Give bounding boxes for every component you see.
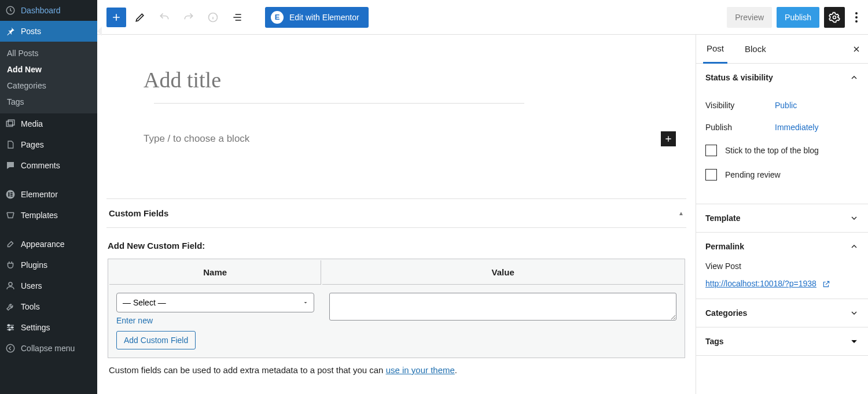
nav-dashboard[interactable]: Dashboard [0,0,97,21]
svg-point-16 [855,16,858,19]
nav-media-label: Media [21,119,43,128]
nav-plugins-label: Plugins [21,260,47,270]
media-icon [5,118,16,130]
cf-name-select[interactable]: — Select — [116,293,314,312]
nav-settings[interactable]: Settings [0,317,97,338]
nav-appearance[interactable]: Appearance [0,234,97,255]
svg-point-14 [833,16,836,19]
nav-tools[interactable]: Tools [0,296,97,317]
edit-with-elementor-button[interactable]: E Edit with Elementor [265,7,369,28]
sliders-icon [5,322,16,333]
editor-toolbar: E Edit with Elementor Preview Publish [97,0,868,35]
custom-fields-table: Name Value — Select — Enter new [108,259,685,358]
nav-users[interactable]: Users [0,275,97,296]
cf-add-button[interactable]: Add Custom Field [116,331,196,349]
cf-theme-link[interactable]: use in your theme [386,365,455,375]
collapse-label: Collapse menu [21,344,75,353]
publish-value[interactable]: Immediately [775,123,818,132]
more-options-button[interactable] [849,7,863,28]
publish-button[interactable]: Publish [777,7,819,28]
panel-tags-toggle[interactable]: Tags [696,327,868,355]
panel-status: Status & visibility Visibility Public Pu… [696,64,868,204]
close-settings-button[interactable] [852,45,861,54]
edit-with-elementor-label: Edit with Elementor [289,13,359,22]
nav-posts-addnew[interactable]: Add New [0,61,97,78]
stick-label: Stick to the top of the blog [725,146,819,155]
admin-sidebar: Dashboard Posts All Posts Add New Catego… [0,0,97,394]
nav-plugins[interactable]: Plugins [0,255,97,275]
nav-posts-categories[interactable]: Categories [0,78,97,94]
inline-add-block-button[interactable] [661,131,676,146]
preview-button[interactable]: Preview [727,7,772,28]
cf-value-textarea[interactable] [329,293,676,321]
outline-button[interactable] [227,7,248,28]
undo-button[interactable] [154,7,175,28]
panel-status-toggle[interactable]: Status & visibility [696,64,868,91]
nav-pages[interactable]: Pages [0,134,97,155]
chevron-down-icon [849,337,859,346]
edit-mode-button[interactable] [130,7,150,28]
collapse-menu[interactable]: Collapse menu [0,338,97,359]
permalink-link[interactable]: http://localhost:10018/?p=1938 [705,279,816,288]
chevron-down-icon [849,213,859,223]
nav-media[interactable]: Media [0,113,97,134]
svg-point-8 [9,282,12,286]
user-icon [5,280,16,292]
pending-checkbox[interactable] [705,169,717,181]
nav-posts-label: Posts [21,27,41,36]
svg-rect-6 [10,194,13,195]
nav-comments[interactable]: Comments [0,155,97,176]
chevron-up-icon [849,73,859,82]
page-icon [5,139,16,150]
panel-template-toggle[interactable]: Template [696,204,868,232]
svg-rect-1 [6,121,13,127]
svg-point-12 [6,344,14,352]
panel-template: Template [696,204,868,233]
tab-post[interactable]: Post [703,35,727,64]
panel-categories: Categories [696,299,868,327]
chevron-down-icon [849,308,859,318]
stick-checkbox[interactable] [705,145,717,156]
panel-permalink-toggle[interactable]: Permalink [696,233,868,260]
tab-block[interactable]: Block [741,35,770,64]
cf-col-name: Name [109,260,321,285]
cf-enter-new-link[interactable]: Enter new [116,316,153,325]
pending-label: Pending review [725,170,781,179]
nav-posts[interactable]: Posts [0,21,97,42]
elementor-badge-icon: E [271,11,284,24]
chevron-up-icon [849,242,859,251]
cf-col-value: Value [322,260,683,285]
nav-templates[interactable]: Templates [0,205,97,226]
add-block-toolbar-button[interactable] [106,8,126,27]
nav-users-label: Users [21,281,42,290]
svg-point-11 [9,329,10,330]
caret-up-icon: ▲ [678,210,684,216]
panel-tags: Tags [696,327,868,356]
nav-posts-tags[interactable]: Tags [0,94,97,110]
block-placeholder[interactable]: Type / to choose a block [144,133,661,145]
nav-comments-label: Comments [21,161,60,170]
custom-fields-toggle[interactable]: Custom Fields ▲ [106,199,686,228]
nav-posts-all[interactable]: All Posts [0,45,97,61]
visibility-label: Visibility [705,101,775,110]
redo-button[interactable] [178,7,199,28]
wrench-icon [5,301,16,312]
settings-gear-button[interactable] [824,7,845,28]
svg-point-10 [12,327,13,329]
visibility-value[interactable]: Public [775,101,797,110]
nav-elementor-label: Elementor [21,190,58,199]
elementor-icon [5,189,16,200]
custom-fields-heading: Custom Fields [109,208,168,218]
info-button[interactable] [203,7,223,28]
panel-categories-toggle[interactable]: Categories [696,299,868,327]
nav-tools-label: Tools [21,302,40,311]
nav-posts-submenu: All Posts Add New Categories Tags [0,42,97,113]
custom-fields-addnew-label: Add New Custom Field: [108,241,685,251]
svg-rect-2 [8,120,14,125]
settings-sidebar: Post Block Status & visibility Visibilit… [696,35,868,394]
nav-elementor[interactable]: Elementor [0,184,97,205]
plug-icon [5,259,16,271]
svg-point-15 [855,12,858,14]
post-title-input[interactable]: Add title [144,67,514,103]
collapse-icon [5,343,16,354]
